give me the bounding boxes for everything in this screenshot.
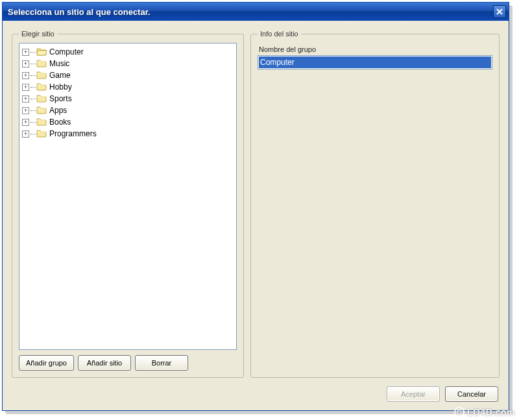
tree-connector — [30, 52, 36, 53]
dialog-window: Selecciona un sitio al que conectar. Ele… — [2, 2, 509, 411]
tree-connector — [30, 99, 36, 99]
expand-icon[interactable]: + — [22, 60, 29, 68]
site-info-group: Info del sitio Nombre del grupo — [250, 30, 500, 378]
add-site-button[interactable]: Añadir sitio — [78, 355, 131, 371]
tree-item-label: Apps — [49, 106, 67, 115]
tree-item-label: Books — [49, 117, 71, 127]
expand-icon[interactable]: + — [22, 107, 29, 114]
folder-icon — [36, 129, 49, 139]
tree-item-label: Game — [49, 71, 71, 80]
tree-connector — [30, 87, 36, 88]
folder-icon — [36, 70, 49, 80]
tree-item-label: Computer — [49, 47, 84, 56]
group-name-input-wrap[interactable] — [258, 55, 492, 69]
expand-icon[interactable]: + — [22, 95, 29, 103]
tree-connector — [30, 64, 36, 64]
close-icon — [496, 7, 503, 17]
expand-icon[interactable]: + — [22, 72, 29, 79]
dialog-footer: Aceptar Cancelar — [3, 382, 509, 410]
window-title: Selecciona un sitio al que conectar. — [8, 7, 493, 17]
site-info-legend: Info del sitio — [258, 30, 301, 38]
group-name-input[interactable] — [259, 56, 491, 68]
close-button[interactable] — [493, 5, 506, 18]
tree-item-label: Hobby — [49, 82, 72, 92]
folder-icon — [36, 117, 49, 127]
choose-site-legend: Elegir sitio — [19, 30, 57, 38]
tree-connector — [30, 134, 36, 134]
tree-item[interactable]: + Hobby — [21, 81, 235, 93]
cancel-button[interactable]: Cancelar — [445, 386, 498, 402]
tree-item[interactable]: + Sports — [21, 93, 235, 105]
site-tree[interactable]: + Computer+ Music+ Game+ Hobby+ Sports+ … — [19, 43, 237, 350]
delete-button[interactable]: Borrar — [135, 355, 188, 371]
folder-icon — [36, 82, 49, 92]
tree-buttons-row: Añadir grupo Añadir sitio Borrar — [19, 355, 237, 371]
choose-site-group: Elegir sitio + Computer+ Music+ Game+ Ho… — [12, 30, 244, 378]
group-name-label: Nombre del grupo — [259, 45, 492, 53]
tree-connector — [30, 122, 36, 123]
tree-item[interactable]: + Apps — [21, 105, 235, 116]
folder-icon — [36, 93, 49, 104]
tree-connector — [30, 75, 36, 76]
expand-icon[interactable]: + — [22, 84, 29, 91]
tree-connector — [30, 110, 36, 111]
tree-item[interactable]: + Music — [21, 58, 235, 69]
tree-item[interactable]: + Game — [21, 69, 235, 81]
titlebar[interactable]: Selecciona un sitio al que conectar. — [3, 3, 509, 21]
tree-item[interactable]: + Books — [21, 116, 235, 128]
expand-icon[interactable]: + — [22, 119, 29, 126]
dialog-content: Elegir sitio + Computer+ Music+ Game+ Ho… — [3, 21, 509, 382]
tree-item-label: Sports — [49, 94, 72, 103]
tree-item-label: Music — [49, 59, 69, 68]
folder-icon — [36, 105, 49, 116]
expand-icon[interactable]: + — [22, 130, 29, 138]
add-group-button[interactable]: Añadir grupo — [19, 355, 74, 371]
folder-open-icon — [36, 47, 49, 57]
expand-icon[interactable]: + — [22, 49, 29, 56]
tree-item[interactable]: + Programmers — [21, 128, 235, 140]
tree-item[interactable]: + Computer — [21, 46, 235, 58]
tree-item-label: Programmers — [49, 129, 97, 138]
folder-icon — [36, 58, 49, 69]
accept-button: Aceptar — [387, 386, 440, 402]
